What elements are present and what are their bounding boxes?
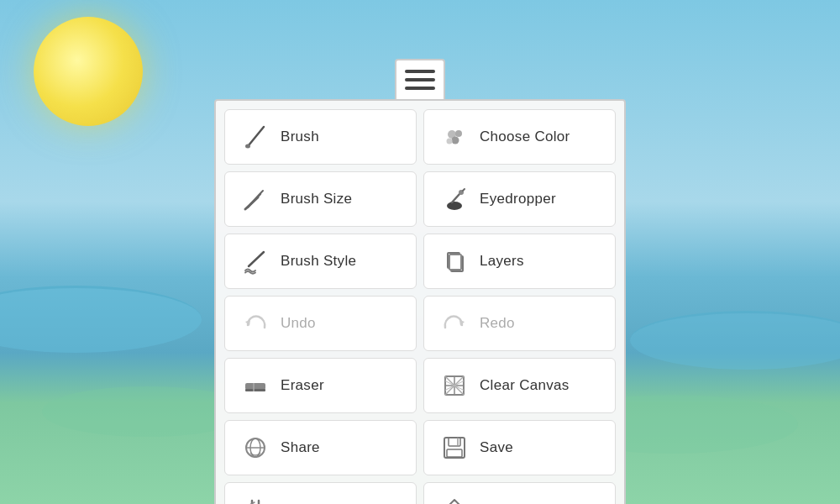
eyedropper-icon — [439, 184, 470, 214]
redo-icon — [439, 308, 470, 339]
redo-button[interactable]: Redo — [423, 296, 616, 351]
options-icon — [240, 495, 270, 504]
svg-line-12 — [463, 189, 465, 191]
sun — [34, 17, 143, 126]
svg-line-0 — [249, 127, 264, 145]
share-icon — [240, 433, 270, 463]
hamburger-button[interactable] — [395, 59, 445, 99]
brush-style-button[interactable]: Brush Style — [224, 234, 417, 289]
layers-icon — [439, 246, 470, 276]
options-button[interactable]: Options — [224, 482, 417, 504]
svg-line-13 — [249, 252, 264, 266]
svg-point-4 — [452, 137, 459, 144]
save-icon — [439, 433, 470, 463]
svg-point-1 — [245, 144, 250, 149]
share-label: Share — [281, 439, 320, 456]
clear-canvas-button[interactable]: Clear Canvas — [423, 358, 616, 413]
layers-label: Layers — [480, 253, 524, 270]
main-menu-button[interactable]: Main Menu — [423, 482, 616, 504]
redo-label: Redo — [480, 315, 515, 332]
eyedropper-button[interactable]: Eyedropper — [423, 171, 616, 227]
save-label: Save — [480, 439, 513, 456]
hamburger-line-2 — [405, 78, 435, 81]
menu-wrapper: Brush Choose Color — [214, 59, 626, 504]
svg-point-5 — [447, 139, 453, 144]
undo-button[interactable]: Undo — [224, 296, 417, 351]
brush-size-button[interactable]: Brush Size — [224, 171, 417, 227]
hamburger-line-1 — [405, 70, 435, 73]
svg-rect-19 — [245, 383, 265, 390]
eraser-icon — [240, 370, 270, 401]
svg-point-9 — [447, 202, 462, 210]
clear-canvas-label: Clear Canvas — [480, 377, 570, 394]
svg-rect-34 — [447, 449, 462, 457]
brush-icon — [240, 122, 270, 152]
eraser-label: Eraser — [281, 377, 324, 394]
eyedropper-label: Eyedropper — [480, 191, 556, 207]
choose-color-label: Choose Color — [480, 129, 570, 145]
brush-size-icon — [240, 184, 270, 214]
svg-rect-20 — [245, 389, 265, 391]
hamburger-line-3 — [405, 87, 435, 90]
brush-style-icon — [240, 246, 270, 276]
save-button[interactable]: Save — [423, 420, 616, 475]
svg-line-8 — [245, 197, 258, 209]
brush-button[interactable]: Brush — [224, 109, 417, 165]
share-button[interactable]: Share — [224, 420, 417, 475]
svg-line-10 — [452, 194, 459, 202]
choose-color-button[interactable]: Choose Color — [423, 109, 616, 165]
svg-rect-16 — [449, 255, 461, 270]
svg-rect-33 — [449, 438, 460, 446]
clear-canvas-icon — [439, 370, 470, 401]
brush-size-label: Brush Size — [281, 191, 352, 207]
brush-style-label: Brush Style — [281, 253, 356, 270]
layers-button[interactable]: Layers — [423, 234, 616, 289]
svg-marker-40 — [444, 500, 465, 504]
main-menu-icon — [439, 495, 470, 504]
menu-panel: Brush Choose Color — [214, 99, 626, 504]
undo-label: Undo — [281, 315, 316, 332]
brush-label: Brush — [281, 129, 319, 145]
svg-point-3 — [455, 130, 462, 137]
eraser-button[interactable]: Eraser — [224, 358, 417, 413]
undo-icon — [240, 308, 270, 339]
color-icon — [439, 122, 470, 152]
